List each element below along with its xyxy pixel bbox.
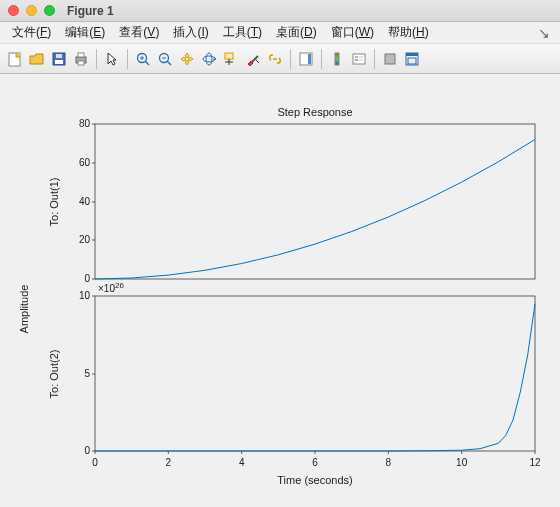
window-title: Figure 1 xyxy=(67,4,114,18)
legend-icon[interactable] xyxy=(348,48,370,70)
insert-colorbar-icon[interactable] xyxy=(295,48,317,70)
svg-rect-5 xyxy=(78,53,84,57)
print-icon[interactable] xyxy=(70,48,92,70)
svg-rect-16 xyxy=(225,53,233,59)
menu-insert[interactable]: 插入(I) xyxy=(167,22,214,43)
svg-text:80: 80 xyxy=(79,118,91,129)
pointer-icon[interactable] xyxy=(101,48,123,70)
svg-text:6: 6 xyxy=(312,457,318,468)
close-icon[interactable] xyxy=(8,5,19,16)
zoom-window-icon[interactable] xyxy=(44,5,55,16)
svg-text:0: 0 xyxy=(84,273,90,284)
open-icon[interactable] xyxy=(26,48,48,70)
menu-help[interactable]: 帮助(H) xyxy=(382,22,435,43)
series-out2 xyxy=(95,304,535,451)
axes-out1: 0 20 40 60 80 To: Out(1) xyxy=(48,118,535,284)
svg-text:5: 5 xyxy=(84,368,90,379)
pan-icon[interactable] xyxy=(176,48,198,70)
dock-icon[interactable] xyxy=(401,48,423,70)
svg-rect-31 xyxy=(408,58,416,64)
x-axis-label: Time (seconds) xyxy=(277,474,352,486)
axes-out2: 0 5 10 024681012 To: Out(2) xyxy=(48,290,541,468)
figure-canvas[interactable]: Step Response Amplitude 0 20 40 60 80 To… xyxy=(0,74,560,507)
svg-text:10: 10 xyxy=(456,457,468,468)
svg-rect-32 xyxy=(95,124,535,279)
svg-rect-6 xyxy=(78,61,84,65)
series-out1 xyxy=(95,140,535,280)
y-axis-label: Amplitude xyxy=(18,285,30,334)
svg-rect-28 xyxy=(385,54,395,64)
svg-point-15 xyxy=(206,53,212,65)
new-figure-icon[interactable] xyxy=(4,48,26,70)
brush-icon[interactable] xyxy=(242,48,264,70)
svg-text:20: 20 xyxy=(79,234,91,245)
window-titlebar: Figure 1 xyxy=(0,0,560,22)
exponent-label: ×1026 xyxy=(98,281,124,294)
datacursor-icon[interactable] xyxy=(220,48,242,70)
menu-file[interactable]: 文件(F) xyxy=(6,22,57,43)
save-icon[interactable] xyxy=(48,48,70,70)
svg-text:0: 0 xyxy=(92,457,98,468)
svg-rect-21 xyxy=(308,54,311,64)
svg-text:40: 40 xyxy=(79,196,91,207)
rotate3d-icon[interactable] xyxy=(198,48,220,70)
minimize-icon[interactable] xyxy=(26,5,37,16)
svg-text:10: 10 xyxy=(79,290,91,301)
axes-out1-label: To: Out(1) xyxy=(48,178,60,227)
menu-overflow-icon[interactable]: ↘ xyxy=(538,25,554,41)
hide-plot-icon[interactable] xyxy=(379,48,401,70)
toolbar xyxy=(0,44,560,74)
svg-rect-2 xyxy=(55,60,63,64)
menu-desktop[interactable]: 桌面(D) xyxy=(270,22,323,43)
svg-text:×1026: ×1026 xyxy=(98,281,124,294)
svg-line-8 xyxy=(145,61,149,65)
menu-view[interactable]: 查看(V) xyxy=(113,22,165,43)
svg-text:12: 12 xyxy=(529,457,541,468)
svg-rect-22 xyxy=(335,53,339,65)
svg-text:0: 0 xyxy=(84,445,90,456)
axes-out2-label: To: Out(2) xyxy=(48,350,60,399)
menu-edit[interactable]: 编辑(E) xyxy=(59,22,111,43)
svg-rect-23 xyxy=(353,54,365,64)
svg-line-12 xyxy=(167,61,171,65)
svg-rect-30 xyxy=(406,53,418,56)
svg-text:2: 2 xyxy=(166,457,172,468)
zoom-out-icon[interactable] xyxy=(154,48,176,70)
svg-text:4: 4 xyxy=(239,457,245,468)
menu-tools[interactable]: 工具(T) xyxy=(217,22,268,43)
svg-text:60: 60 xyxy=(79,157,91,168)
colorbar-icon[interactable] xyxy=(326,48,348,70)
zoom-in-icon[interactable] xyxy=(132,48,154,70)
svg-text:8: 8 xyxy=(386,457,392,468)
window-controls xyxy=(8,5,55,16)
chart-title: Step Response xyxy=(277,106,352,118)
svg-rect-44 xyxy=(95,296,535,451)
svg-point-14 xyxy=(203,56,215,62)
link-icon[interactable] xyxy=(264,48,286,70)
menu-window[interactable]: 窗口(W) xyxy=(325,22,380,43)
svg-rect-3 xyxy=(56,54,62,58)
menu-bar: 文件(F) 编辑(E) 查看(V) 插入(I) 工具(T) 桌面(D) 窗口(W… xyxy=(0,22,560,44)
